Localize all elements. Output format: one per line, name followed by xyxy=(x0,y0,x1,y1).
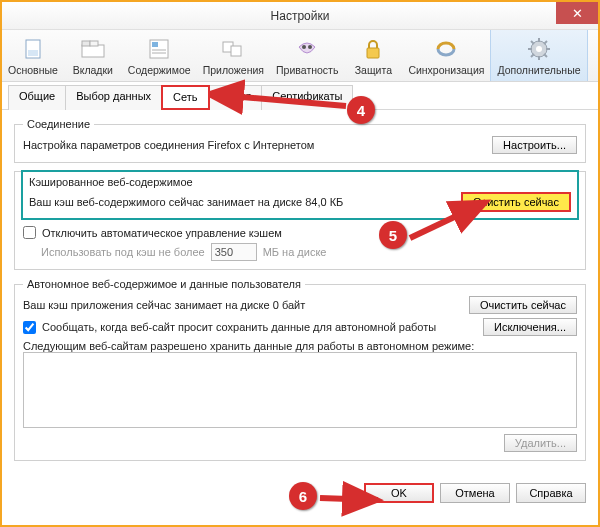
cat-apps[interactable]: Приложения xyxy=(197,30,270,81)
title-bar: Настройки ✕ xyxy=(2,2,598,30)
tab-network[interactable]: Сеть xyxy=(161,85,209,110)
svg-line-22 xyxy=(544,41,547,44)
svg-rect-4 xyxy=(90,41,98,46)
tab-certs[interactable]: Сертификаты xyxy=(261,85,353,110)
connection-text: Настройка параметров соединения Firefox … xyxy=(23,139,314,151)
group-offline-legend: Автономное веб-содержимое и данные польз… xyxy=(23,278,305,290)
cat-sync[interactable]: Синхронизация xyxy=(402,30,490,81)
clear-cache-button[interactable]: Очистить сейчас xyxy=(461,192,571,212)
ok-button[interactable]: OK xyxy=(364,483,434,503)
cat-tabs[interactable]: Вкладки xyxy=(64,30,122,81)
svg-rect-10 xyxy=(231,46,241,56)
group-cache: Кэшированное веб-содержимое Ваш кэш веб-… xyxy=(14,171,586,270)
cat-general[interactable]: Основные xyxy=(2,30,64,81)
tab-updates[interactable]: О…ия xyxy=(209,85,263,110)
sub-tabs: Общие Выбор данных Сеть О…ия Сертификаты xyxy=(2,82,598,110)
svg-rect-1 xyxy=(28,50,38,56)
cache-limit-input[interactable] xyxy=(211,243,257,261)
help-button[interactable]: Справка xyxy=(516,483,586,503)
offline-notify-checkbox[interactable] xyxy=(23,321,36,334)
window-title: Настройки xyxy=(271,9,330,23)
offline-sites-list[interactable] xyxy=(23,352,577,428)
cancel-button[interactable]: Отмена xyxy=(440,483,510,503)
close-icon: ✕ xyxy=(572,6,583,21)
svg-rect-6 xyxy=(152,42,158,47)
svg-line-21 xyxy=(544,54,547,57)
group-connection: Соединение Настройка параметров соединен… xyxy=(14,118,586,163)
disable-auto-cache-checkbox[interactable] xyxy=(23,226,36,239)
gear-icon xyxy=(525,36,553,62)
cache-limit-suf: МБ на диске xyxy=(263,246,327,258)
category-toolbar: Основные Вкладки Содержимое Приложения П… xyxy=(2,30,598,82)
cat-privacy[interactable]: Приватность xyxy=(270,30,344,81)
disable-auto-cache[interactable]: Отключить автоматическое управление кэше… xyxy=(23,226,577,239)
cat-advanced[interactable]: Дополнительные xyxy=(490,30,587,81)
cat-content[interactable]: Содержимое xyxy=(122,30,197,81)
group-offline: Автономное веб-содержимое и данные польз… xyxy=(14,278,586,461)
offline-notify[interactable]: Сообщать, когда веб-сайт просит сохранит… xyxy=(23,321,436,334)
cache-status: Ваш кэш веб-содержимого сейчас занимает … xyxy=(29,196,343,208)
close-button[interactable]: ✕ xyxy=(556,2,598,24)
offline-status: Ваш кэш приложения сейчас занимает на ди… xyxy=(23,299,305,311)
cache-highlight: Кэшированное веб-содержимое Ваш кэш веб-… xyxy=(21,170,579,220)
group-cache-legend: Кэшированное веб-содержимое xyxy=(29,176,571,188)
svg-rect-3 xyxy=(82,41,90,46)
svg-line-20 xyxy=(531,41,534,44)
dialog-actions: OK Отмена Справка xyxy=(2,477,598,513)
svg-rect-13 xyxy=(367,48,379,58)
group-connection-legend: Соединение xyxy=(23,118,94,130)
tab-general[interactable]: Общие xyxy=(8,85,66,110)
svg-point-12 xyxy=(308,45,312,49)
tab-data-choices[interactable]: Выбор данных xyxy=(65,85,162,110)
clear-offline-button[interactable]: Очистить сейчас xyxy=(469,296,577,314)
connection-settings-button[interactable]: Настроить... xyxy=(492,136,577,154)
svg-point-15 xyxy=(536,46,542,52)
offline-sites-label: Следующим веб-сайтам разрешено хранить д… xyxy=(23,340,577,352)
tab-content: Соединение Настройка параметров соединен… xyxy=(2,110,598,477)
offline-exceptions-button[interactable]: Исключения... xyxy=(483,318,577,336)
svg-line-23 xyxy=(531,54,534,57)
svg-point-11 xyxy=(302,45,306,49)
svg-rect-2 xyxy=(82,45,104,57)
cache-limit-pre: Использовать под кэш не более xyxy=(41,246,205,258)
cat-security[interactable]: Защита xyxy=(344,30,402,81)
offline-delete-button: Удалить... xyxy=(504,434,577,452)
